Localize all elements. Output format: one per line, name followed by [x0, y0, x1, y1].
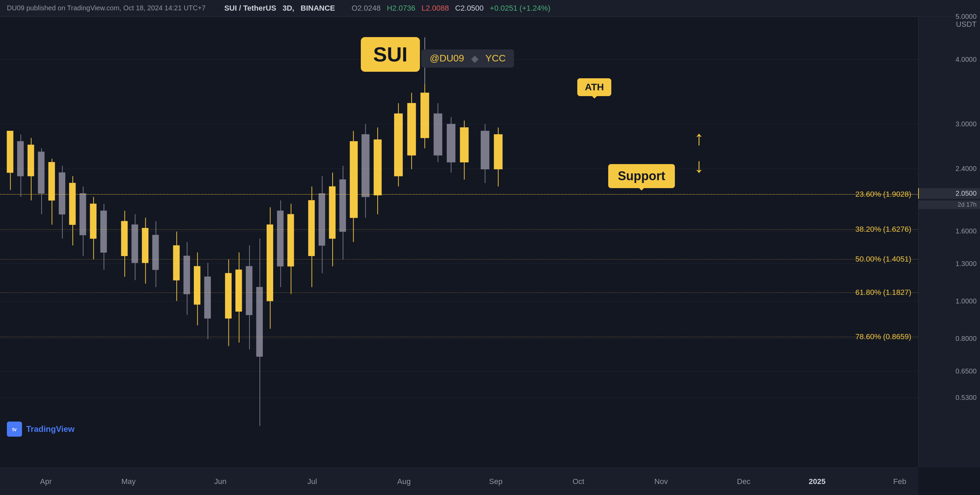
tag-label: YCC — [485, 53, 506, 64]
author-box: @DU09 ◆ YCC — [421, 49, 514, 68]
time-2025: 2025 — [809, 477, 826, 486]
chart-area: 23.60% (1.9028) 38.20% (1.6276) 50.00% (… — [0, 16, 918, 468]
current-price-box: 2.0500 — [918, 188, 980, 199]
top-bar: DU09 published on TradingView.com, Oct 1… — [0, 0, 980, 16]
svg-rect-45 — [267, 225, 273, 301]
grid-line — [0, 263, 918, 264]
currency-label: USDT — [956, 20, 977, 29]
time-aug: Aug — [397, 477, 410, 486]
tradingview-logo: tv TradingView — [7, 422, 75, 437]
svg-rect-1 — [7, 131, 13, 173]
svg-text:tv: tv — [13, 427, 17, 432]
svg-rect-27 — [153, 235, 159, 270]
fib-line-7860 — [0, 337, 918, 337]
grid-line — [0, 301, 918, 301]
author-label: @DU09 — [430, 53, 464, 64]
svg-rect-15 — [80, 193, 86, 235]
svg-rect-17 — [90, 204, 96, 239]
price-level-16: 1.6000 — [956, 227, 977, 235]
svg-rect-37 — [225, 273, 231, 318]
svg-rect-47 — [277, 211, 283, 267]
grid-line — [0, 338, 918, 339]
sui-annotation: SUI @DU09 ◆ YCC — [361, 37, 514, 72]
price-level-4: 4.0000 — [956, 55, 977, 63]
svg-rect-19 — [100, 211, 107, 252]
svg-rect-65 — [394, 114, 402, 176]
grid-line — [0, 231, 918, 232]
svg-rect-61 — [362, 135, 369, 197]
svg-rect-75 — [460, 127, 468, 162]
price-level-5: 5.0000 — [956, 13, 977, 21]
chart-container: DU09 published on TradingView.com, Oct 1… — [0, 0, 980, 495]
price-level-3: 3.0000 — [956, 120, 977, 128]
time-sep: Sep — [489, 477, 503, 486]
svg-rect-13 — [69, 183, 76, 225]
svg-rect-39 — [236, 270, 242, 311]
price-level-13: 1.3000 — [956, 260, 977, 268]
svg-rect-23 — [132, 225, 138, 263]
time-jun: Jun — [215, 477, 226, 486]
candlestick-chart: .bull-candle { fill: #f5c842; stroke: #f… — [0, 16, 918, 468]
time-feb: Feb — [893, 477, 907, 486]
price-level-08: 0.8000 — [956, 335, 977, 343]
support-bubble: Support — [608, 164, 675, 188]
price-change: +0.0251 (+1.24%) — [490, 4, 550, 13]
svg-rect-41 — [246, 267, 252, 315]
time-nov: Nov — [654, 477, 668, 486]
fib-line-5000 — [0, 259, 918, 260]
time-dec: Dec — [737, 477, 751, 486]
ohlc-close: C2.0500 — [455, 4, 484, 13]
timeframe-remaining: 2d 17h — [918, 200, 980, 209]
current-price-line — [0, 194, 918, 195]
svg-rect-57 — [339, 179, 346, 232]
fib-label-3820: 38.20% (1.6276) — [855, 225, 911, 234]
arrow-down-icon: ↓ — [694, 154, 704, 177]
sui-title: SUI — [361, 37, 420, 72]
publisher-label: DU09 published on TradingView.com, Oct 1… — [7, 4, 205, 12]
ath-bubble: ATH — [577, 78, 611, 96]
svg-rect-29 — [173, 246, 179, 280]
svg-rect-53 — [319, 193, 325, 246]
svg-rect-67 — [407, 103, 416, 155]
grid-line — [0, 16, 918, 17]
tv-label: TradingView — [26, 424, 75, 434]
svg-rect-69 — [421, 93, 429, 138]
svg-rect-3 — [17, 141, 23, 176]
price-axis: USDT 5.0000 4.0000 3.0000 2.4000 1.6000 … — [918, 16, 980, 468]
svg-rect-31 — [183, 256, 190, 294]
svg-rect-43 — [256, 287, 262, 356]
svg-rect-25 — [142, 228, 148, 263]
svg-rect-77 — [481, 131, 489, 169]
svg-rect-35 — [204, 277, 211, 318]
price-level-10: 1.0000 — [956, 297, 977, 305]
ohlc-open: O2.0248 — [352, 4, 380, 13]
grid-line — [0, 124, 918, 124]
svg-rect-11 — [59, 173, 65, 214]
pair-name: SUI / TetherUS 3D, BINANCE — [224, 4, 335, 13]
fib-label-5000: 50.00% (1.4051) — [855, 255, 911, 263]
svg-rect-5 — [28, 145, 34, 176]
svg-rect-73 — [447, 124, 455, 162]
svg-rect-59 — [350, 141, 357, 217]
price-level-053: 0.5300 — [956, 394, 977, 401]
svg-rect-63 — [374, 140, 382, 195]
ohlc-high: H2.0736 — [387, 4, 415, 13]
grid-line — [0, 371, 918, 371]
fib-line-6180 — [0, 292, 918, 293]
price-level-065: 0.6500 — [956, 367, 977, 375]
price-level-24: 2.4000 — [956, 164, 977, 172]
svg-rect-71 — [434, 114, 442, 155]
arrow-up-icon: ↑ — [694, 126, 704, 149]
fib-line-3820 — [0, 229, 918, 230]
svg-rect-21 — [121, 221, 127, 256]
svg-rect-49 — [288, 214, 294, 267]
fib-label-6180: 61.80% (1.1827) — [855, 288, 911, 297]
grid-line — [0, 168, 918, 169]
pair-info: DU09 published on TradingView.com, Oct 1… — [7, 4, 550, 13]
svg-rect-7 — [38, 152, 45, 193]
time-axis: Apr May Jun Jul Aug Sep Oct Nov Dec 2025… — [0, 468, 918, 495]
tv-icon: tv — [7, 422, 22, 437]
svg-rect-51 — [308, 200, 314, 256]
time-apr: Apr — [40, 477, 51, 486]
time-jul: Jul — [307, 477, 317, 486]
